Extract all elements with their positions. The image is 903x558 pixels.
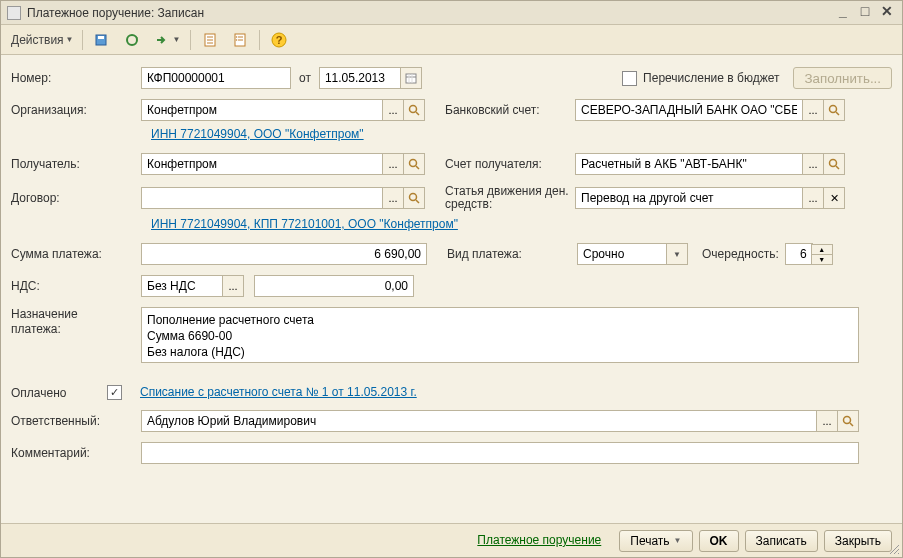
label-amount: Сумма платежа: <box>11 247 141 261</box>
label-comment: Комментарий: <box>11 446 141 460</box>
titlebar: Платежное поручение: Записан _ □ ✕ <box>1 1 902 25</box>
actions-label: Действия <box>11 33 64 47</box>
payment-type-input[interactable] <box>577 243 667 265</box>
calendar-button[interactable] <box>400 67 422 89</box>
minimize-button[interactable]: _ <box>834 4 852 22</box>
paid-link[interactable]: Списание с расчетного счета № 1 от 11.05… <box>140 385 417 400</box>
toolbar-separator <box>190 30 191 50</box>
bank-account-open-button[interactable] <box>823 99 845 121</box>
paid-checkbox[interactable]: ✓ <box>107 385 122 400</box>
contract-input[interactable] <box>141 187 383 209</box>
priority-down-button[interactable]: ▼ <box>811 254 833 265</box>
priority-input[interactable] <box>785 243 813 265</box>
label-paid: Оплачено <box>11 386 107 400</box>
responsible-select-button[interactable]: ... <box>816 410 838 432</box>
chevron-down-icon: ▼ <box>66 35 74 44</box>
cashflow-clear-button[interactable]: ✕ <box>823 187 845 209</box>
budget-checkbox[interactable] <box>622 71 637 86</box>
svg-point-11 <box>236 39 238 41</box>
vat-type-select-button[interactable]: ... <box>222 275 244 297</box>
save-button[interactable]: Записать <box>745 530 818 552</box>
tb-report-icon[interactable] <box>197 29 223 51</box>
payorder-link[interactable]: Платежное поручение <box>477 533 601 548</box>
date-input[interactable] <box>319 67 401 89</box>
label-from: от <box>299 71 311 85</box>
label-purpose-2: платежа: <box>11 322 61 336</box>
label-bank-account: Банковский счет: <box>445 103 575 117</box>
actions-menu[interactable]: Действия ▼ <box>7 29 76 51</box>
organization-link[interactable]: ИНН 7721049904, ООО "Конфетпром" <box>151 127 364 142</box>
print-button[interactable]: Печать ▼ <box>619 530 692 552</box>
label-priority: Очередность: <box>702 247 779 261</box>
svg-line-19 <box>416 112 419 115</box>
purpose-textarea[interactable] <box>141 307 859 363</box>
svg-point-10 <box>236 36 238 38</box>
svg-point-18 <box>410 106 417 113</box>
recipient-open-button[interactable] <box>403 153 425 175</box>
number-input[interactable] <box>141 67 291 89</box>
bank-account-select-button[interactable]: ... <box>802 99 824 121</box>
recipient-link[interactable]: ИНН 7721049904, КПП 772101001, ООО "Конф… <box>151 217 458 232</box>
svg-line-29 <box>850 423 853 426</box>
tb-help-icon[interactable]: ? <box>266 29 292 51</box>
svg-line-21 <box>836 112 839 115</box>
svg-line-25 <box>836 166 839 169</box>
tb-refresh-icon[interactable] <box>119 29 145 51</box>
maximize-button[interactable]: □ <box>856 4 874 22</box>
window-title: Платежное поручение: Записан <box>27 6 830 20</box>
recipient-account-input[interactable] <box>575 153 803 175</box>
label-organization: Организация: <box>11 103 141 117</box>
vat-amount-input[interactable] <box>254 275 414 297</box>
tb-basedon-icon[interactable]: ▼ <box>149 29 185 51</box>
contract-open-button[interactable] <box>403 187 425 209</box>
recipient-input[interactable] <box>141 153 383 175</box>
svg-line-32 <box>898 553 899 554</box>
label-cashflow: Статья движения ден. средств: <box>445 185 575 211</box>
svg-text:?: ? <box>276 34 283 46</box>
label-purpose: Назначение платежа: <box>11 307 141 337</box>
contract-select-button[interactable]: ... <box>382 187 404 209</box>
comment-input[interactable] <box>141 442 859 464</box>
document-icon <box>7 6 21 20</box>
ok-button[interactable]: OK <box>699 530 739 552</box>
fill-button[interactable]: Заполнить... <box>793 67 892 89</box>
svg-point-24 <box>830 160 837 167</box>
label-contract: Договор: <box>11 191 141 205</box>
recipient-account-select-button[interactable]: ... <box>802 153 824 175</box>
resize-grip[interactable] <box>888 543 900 555</box>
label-responsible: Ответственный: <box>11 414 141 428</box>
organization-select-button[interactable]: ... <box>382 99 404 121</box>
label-recipient: Получатель: <box>11 157 141 171</box>
tb-list-icon[interactable] <box>227 29 253 51</box>
close-window-button[interactable]: ✕ <box>878 4 896 22</box>
label-purpose-1: Назначение <box>11 307 78 321</box>
recipient-select-button[interactable]: ... <box>382 153 404 175</box>
footer: Платежное поручение Печать ▼ OK Записать… <box>1 523 902 557</box>
svg-point-22 <box>410 160 417 167</box>
responsible-input[interactable] <box>141 410 817 432</box>
svg-point-2 <box>127 35 137 45</box>
svg-line-23 <box>416 166 419 169</box>
svg-rect-1 <box>98 36 104 39</box>
toolbar: Действия ▼ ▼ ? <box>1 25 902 55</box>
cashflow-select-button[interactable]: ... <box>802 187 824 209</box>
chevron-down-icon: ▼ <box>674 536 682 545</box>
vat-type-input[interactable] <box>141 275 223 297</box>
close-button[interactable]: Закрыть <box>824 530 892 552</box>
bank-account-input[interactable] <box>575 99 803 121</box>
print-label: Печать <box>630 534 669 548</box>
svg-point-26 <box>410 194 417 201</box>
responsible-open-button[interactable] <box>837 410 859 432</box>
organization-input[interactable] <box>141 99 383 121</box>
chevron-down-icon: ▼ <box>173 35 181 44</box>
label-to-budget: Перечисление в бюджет <box>643 71 779 85</box>
tb-save-icon[interactable] <box>89 29 115 51</box>
cashflow-input[interactable] <box>575 187 803 209</box>
label-recipient-account: Счет получателя: <box>445 157 575 171</box>
payment-type-dropdown-button[interactable]: ▼ <box>666 243 688 265</box>
recipient-account-open-button[interactable] <box>823 153 845 175</box>
amount-input[interactable] <box>141 243 427 265</box>
organization-open-button[interactable] <box>403 99 425 121</box>
svg-line-27 <box>416 200 419 203</box>
label-number: Номер: <box>11 71 141 85</box>
